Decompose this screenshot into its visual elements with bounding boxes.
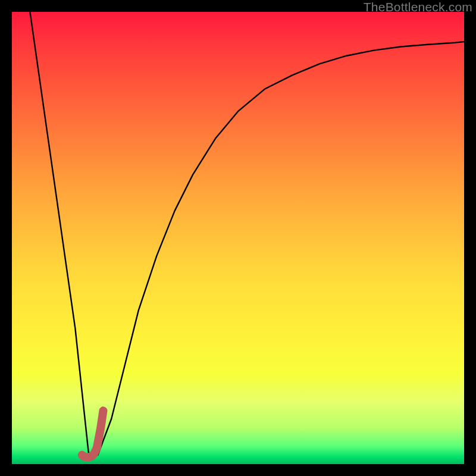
chart-plot-area <box>12 12 464 464</box>
chart-svg <box>12 12 464 464</box>
watermark-text: TheBottleneck.com <box>364 0 472 14</box>
chart-frame: TheBottleneck.com <box>0 0 476 476</box>
main-curve <box>30 12 464 455</box>
